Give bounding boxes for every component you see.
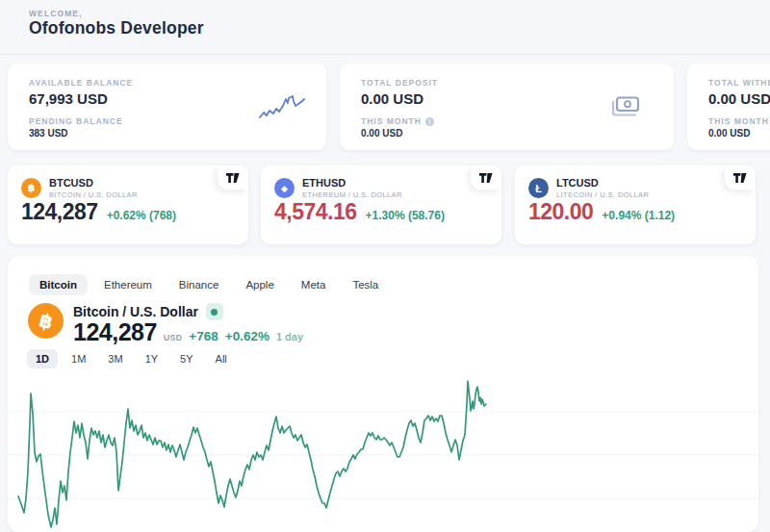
- ticker-price: 120.00: [528, 199, 593, 225]
- ticker-change: +0.94% (1.12): [602, 209, 675, 222]
- balance-sparkline-icon: [253, 92, 311, 121]
- withdraw-this-month-value: 0.00 USD: [708, 128, 770, 139]
- market-chart-card: Bitcoin Ethereum Binance Apple Meta Tesl…: [8, 256, 758, 532]
- ticker-card-ltcusd[interactable]: Ł LTCUSD LITECOIN / U.S. DOLLAR 120.00 +…: [515, 165, 756, 244]
- tradingview-icon: [479, 173, 493, 183]
- litecoin-icon: Ł: [528, 178, 549, 198]
- tradingview-logo-button[interactable]: [471, 165, 501, 190]
- ticker-symbol: LTCUSD: [556, 177, 599, 189]
- available-balance-card: AVAILABLE BALANCE 67,993 USD PENDING BAL…: [8, 63, 326, 150]
- range-3m[interactable]: 3M: [99, 349, 131, 368]
- deposit-this-month-value: 0.00 USD: [361, 128, 674, 139]
- bitcoin-glyph: ฿: [37, 308, 55, 334]
- ticker-symbol: BTCUSD: [49, 177, 93, 189]
- tab-meta[interactable]: Meta: [291, 274, 337, 295]
- pending-balance-value: 383 USD: [29, 128, 326, 139]
- range-selector: 1D 1M 3M 1Y 5Y All: [27, 349, 236, 368]
- total-withdraw-card: TOTAL WITHDRAW 0.00 USD THIS MONTH i 0.0…: [687, 63, 770, 150]
- withdraw-this-month-text: THIS MONTH: [708, 116, 769, 126]
- page-title: Ofofonobs Developer: [29, 18, 204, 38]
- tab-tesla[interactable]: Tesla: [342, 274, 389, 295]
- price-series-line: [18, 381, 486, 527]
- ticker-card-ethusd[interactable]: ◆ ETHUSD ETHEREUM / U.S. DOLLAR 4,574.16…: [261, 165, 501, 244]
- welcome-label: WELCOME,: [29, 9, 83, 18]
- ticker-pair: ETHEREUM / U.S. DOLLAR: [302, 190, 402, 199]
- chart-pair-title: Bitcoin / U.S. Dollar: [73, 304, 198, 319]
- deposit-this-month-label: THIS MONTH i: [361, 116, 674, 126]
- chart-price: 124,287: [73, 318, 157, 346]
- ticker-card-btcusd[interactable]: ฿ BTCUSD BITCOIN / U.S. DOLLAR 124,287 +…: [8, 165, 248, 244]
- info-icon[interactable]: i: [425, 117, 434, 126]
- ticker-symbol: ETHUSD: [302, 177, 346, 189]
- total-deposit-card: TOTAL DEPOSIT 0.00 USD THIS MONTH i 0.00…: [340, 63, 674, 150]
- range-1m[interactable]: 1M: [63, 349, 94, 368]
- tradingview-icon: [226, 173, 240, 183]
- total-withdraw-label: TOTAL WITHDRAW: [708, 78, 770, 88]
- chart-currency: USD: [164, 333, 182, 342]
- tradingview-logo-button[interactable]: [725, 165, 756, 190]
- ticker-price: 4,574.16: [274, 199, 357, 225]
- tab-binance[interactable]: Binance: [168, 274, 230, 295]
- available-balance-label: AVAILABLE BALANCE: [29, 78, 326, 88]
- ticker-pair: BITCOIN / U.S. DOLLAR: [49, 190, 138, 199]
- total-deposit-label: TOTAL DEPOSIT: [361, 78, 674, 88]
- asset-tabs: Bitcoin Ethereum Binance Apple Meta Tesl…: [29, 274, 389, 295]
- bitcoin-icon: ฿: [21, 178, 41, 198]
- chart-period: 1 day: [276, 331, 303, 342]
- range-1y[interactable]: 1Y: [137, 349, 167, 368]
- header-divider: [0, 54, 770, 55]
- ticker-price: 124,287: [21, 199, 98, 225]
- chart-change-abs: +768: [189, 329, 218, 343]
- bitcoin-icon: ฿: [28, 303, 64, 339]
- price-line-chart[interactable]: [8, 373, 758, 532]
- tab-bitcoin[interactable]: Bitcoin: [29, 274, 88, 295]
- ethereum-icon: ◆: [274, 178, 295, 198]
- tradingview-icon: [733, 173, 747, 183]
- range-all[interactable]: All: [207, 349, 236, 368]
- live-dot-icon: [211, 309, 218, 316]
- ticker-pair: LITECOIN / U.S. DOLLAR: [556, 190, 649, 199]
- ticker-change: +1.30% (58.76): [366, 209, 445, 222]
- range-1d[interactable]: 1D: [27, 349, 58, 368]
- range-5y[interactable]: 5Y: [171, 349, 201, 368]
- withdraw-this-month-label: THIS MONTH i: [708, 116, 770, 126]
- chart-change-pct: +0.62%: [225, 329, 270, 343]
- tab-apple[interactable]: Apple: [235, 274, 284, 295]
- tab-ethereum[interactable]: Ethereum: [93, 274, 163, 295]
- deposit-this-month-text: THIS MONTH: [361, 116, 422, 126]
- tradingview-logo-button[interactable]: [218, 165, 248, 190]
- total-withdraw-value: 0.00 USD: [708, 90, 770, 107]
- banknote-icon: [610, 96, 641, 117]
- ticker-change: +0.62% (768): [107, 209, 176, 222]
